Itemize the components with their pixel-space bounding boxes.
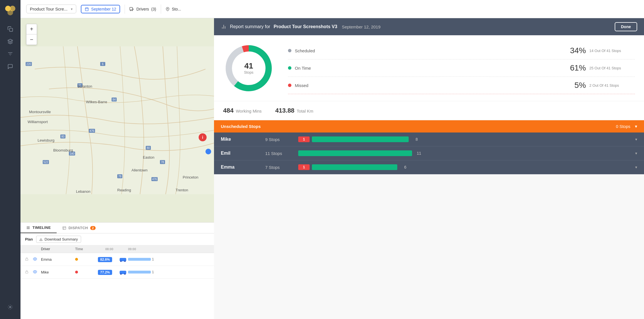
driver-report-row-emma: Emma 7 Stops 1 6 ▾: [214, 160, 644, 174]
location-icon: [166, 7, 170, 11]
filter-icon[interactable]: [5, 49, 15, 59]
svg-text:Lewisburg: Lewisburg: [38, 138, 54, 142]
working-mins-value: 484: [223, 107, 234, 114]
driver-report-row-mike: Mike 9 Stops 1 8 ▾: [214, 132, 644, 146]
tab-dispatch[interactable]: DISPATCH 2: [57, 223, 101, 233]
tab-timeline[interactable]: TIMELINE: [20, 223, 57, 233]
map-area[interactable]: 220 6 81 84 476 180 522: [20, 18, 214, 222]
svg-point-60: [34, 258, 36, 260]
driver-stops-emil: 11 Stops: [265, 151, 294, 156]
eye-icon[interactable]: [33, 257, 37, 261]
working-mins-label: Working Mins: [236, 109, 262, 113]
stat-name-missed: Missed: [295, 83, 329, 88]
driver-stops-emma: 7 Stops: [265, 165, 294, 170]
dispatch-badge: 2: [90, 226, 96, 230]
car-icon: [129, 7, 134, 11]
total-km-stat: 413.88 Total Km: [275, 107, 313, 114]
app-logo[interactable]: [4, 5, 17, 17]
download-summary-button[interactable]: Download Summary: [36, 236, 81, 243]
svg-point-11: [130, 10, 131, 11]
stops-button[interactable]: Sto...: [166, 7, 181, 11]
svg-text:Easton: Easton: [143, 155, 154, 160]
driver-report-row-emil: Emil 11 Stops 11 ▾: [214, 146, 644, 160]
stat-row-scheduled: Scheduled 34% 14 Out Of 41 Stops: [288, 42, 635, 59]
tab-dispatch-label: DISPATCH: [69, 226, 88, 230]
stat-pct-ontime: 61%: [570, 63, 586, 72]
svg-text:78: 78: [161, 161, 164, 164]
lock-icon: [25, 270, 28, 274]
table-row: Emma 82.6% 1: [20, 253, 214, 266]
driver-chevron-emil[interactable]: ▾: [635, 151, 637, 156]
chevron-down-icon[interactable]: ▾: [635, 124, 637, 129]
eye-icon[interactable]: [33, 270, 37, 274]
driver-name-emil: Emil: [221, 151, 261, 156]
driver-rows: Mike 9 Stops 1 8 ▾ Emil 11 Stops 11: [214, 132, 644, 319]
main-area: Product Tour Scre... ▾ September 12 Driv…: [20, 0, 644, 319]
driver-progress-emma: 1 6: [298, 164, 631, 170]
total-km-label: Total Km: [297, 109, 313, 113]
bar-chart-icon: [221, 24, 227, 30]
svg-rect-59: [26, 259, 28, 260]
donut-label: Stops: [244, 70, 253, 74]
svg-text:Williamsport: Williamsport: [28, 120, 48, 124]
svg-rect-64: [26, 272, 28, 273]
svg-point-67: [120, 274, 122, 275]
driver-table-header: Driver Time 08:00 09:00: [20, 245, 214, 253]
plan-button[interactable]: Plan: [25, 237, 33, 241]
stat-desc-missed: 2 Out Of 41 Stops: [589, 83, 635, 88]
route-selector[interactable]: Product Tour Scre... ▾: [26, 5, 76, 13]
missed-bar-mike: 1: [298, 136, 310, 142]
unscheduled-label: Unscheduled Stops: [221, 124, 616, 129]
unscheduled-bar[interactable]: Unscheduled Stops 0 Stops ▾: [214, 120, 644, 132]
driver-chevron-emma[interactable]: ▾: [635, 165, 637, 169]
route-chevron-icon: ▾: [71, 7, 73, 11]
svg-text:476: 476: [90, 129, 94, 132]
lock-icon: [25, 257, 28, 261]
unscheduled-count: 0 Stops: [616, 124, 630, 129]
svg-text:Allentown: Allentown: [131, 168, 147, 172]
driver-progress-emil: 11: [298, 150, 631, 156]
driver-count-mike: 8: [411, 137, 418, 142]
timeline-icon: [26, 226, 30, 230]
missed-dot: [288, 84, 291, 87]
ontime-bar-mike: [312, 136, 409, 142]
svg-point-5: [10, 306, 11, 308]
layers-icon[interactable]: [5, 36, 15, 47]
report-title: Product Tour Screenshots V3: [273, 24, 337, 29]
plan-toolbar: Plan Download Summary: [20, 233, 214, 245]
table-row: Mike 77.2% 1: [20, 266, 214, 279]
report-panel: Report summary for Product Tour Screensh…: [214, 18, 644, 319]
done-button[interactable]: Done: [615, 22, 637, 31]
total-km-value: 413.88: [275, 107, 294, 114]
drivers-button[interactable]: Drivers (3): [129, 7, 156, 11]
stat-desc-ontime: 25 Out Of 41 Stops: [589, 66, 635, 70]
zoom-out-button[interactable]: −: [26, 34, 37, 45]
driver-stops-mike: 9 Stops: [265, 137, 294, 142]
message-icon[interactable]: [5, 61, 15, 72]
svg-point-2: [7, 10, 13, 15]
drivers-label: Drivers: [136, 7, 149, 11]
topbar: Product Tour Scre... ▾ September 12 Driv…: [20, 0, 644, 18]
stat-name-ontime: On Time: [295, 66, 329, 71]
zoom-in-button[interactable]: +: [26, 24, 37, 34]
car-route-icon: [119, 255, 127, 263]
score-badge: 82.6%: [98, 257, 112, 262]
report-header-left: Report summary for Product Tour Screensh…: [221, 24, 380, 30]
content-area: 220 6 81 84 476 180 522: [20, 18, 644, 319]
car-route-icon: [119, 268, 127, 276]
svg-text:Wilkes-Barre: Wilkes-Barre: [86, 100, 107, 104]
settings-icon[interactable]: [5, 302, 15, 312]
date-button[interactable]: September 12: [81, 5, 120, 13]
ontime-dot: [288, 66, 291, 70]
copy-icon[interactable]: [5, 24, 15, 34]
svg-text:i: i: [202, 135, 203, 140]
tab-timeline-label: TIMELINE: [32, 225, 51, 230]
route-name: Product Tour Scre...: [30, 7, 67, 11]
svg-point-63: [124, 261, 126, 262]
driver-chevron-mike[interactable]: ▾: [635, 137, 637, 142]
driver-count-emma: 6: [400, 165, 406, 169]
svg-point-13: [167, 8, 168, 9]
stat-pct-scheduled: 34%: [570, 46, 586, 55]
svg-text:78: 78: [118, 175, 122, 178]
stat-row-ontime: On Time 61% 25 Out Of 41 Stops: [288, 59, 635, 77]
